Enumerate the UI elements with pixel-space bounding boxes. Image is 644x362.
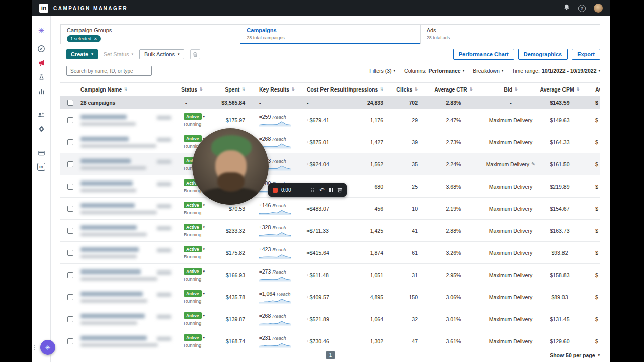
drag-handle-icon[interactable]	[311, 188, 315, 192]
campaign-name-cell[interactable]	[76, 198, 181, 219]
sort-icon[interactable]: ⇅	[291, 87, 295, 92]
column-header-average[interactable]: Average⇅	[584, 83, 600, 96]
trash-icon[interactable]	[337, 187, 342, 193]
sort-icon[interactable]: ⇅	[576, 87, 580, 92]
webcam-bubble[interactable]	[192, 128, 269, 205]
chevron-down-icon[interactable]: ▾	[203, 314, 205, 318]
campaign-name-cell[interactable]	[76, 286, 181, 308]
chevron-down-icon[interactable]: ▾	[203, 225, 205, 229]
create-button[interactable]: Create▾	[66, 49, 98, 59]
sort-icon[interactable]: ⇅	[380, 87, 383, 92]
table-row[interactable]: Active ▾ Running $175.97 ≈259Reach ≈$679…	[60, 109, 600, 131]
column-header-status[interactable]: Status⇅	[181, 83, 210, 96]
sort-icon[interactable]: ⇅	[469, 87, 473, 92]
chevron-down-icon[interactable]: ▾	[203, 336, 205, 340]
chevron-down-icon[interactable]: ▾	[203, 247, 205, 251]
campaign-name-cell[interactable]	[76, 308, 181, 330]
campaign-name-cell[interactable]	[76, 153, 181, 175]
set-status-dropdown[interactable]: Set Status▾	[104, 51, 133, 57]
avatar[interactable]	[594, 4, 603, 13]
table-row[interactable]: Active ▾ Running $168.74 ≈231Reach ≈$730…	[60, 330, 600, 352]
chevron-down-icon[interactable]: ▾	[203, 203, 205, 207]
row-checkbox[interactable]	[67, 272, 73, 278]
table-row[interactable]: Active ▾ Running ≈273Reach ≈$924.04 1,56…	[60, 153, 600, 175]
table-row[interactable]: Active ▾ Running $435.78 ≈1,064Reach ≈$4…	[60, 286, 600, 308]
bell-icon[interactable]	[563, 4, 570, 13]
column-header-campaign-name[interactable]: Campaign Name⇅	[76, 83, 181, 96]
sidebar-item-audiences[interactable]	[32, 108, 51, 122]
sidebar-item-billing[interactable]	[32, 146, 51, 160]
row-checkbox[interactable]	[67, 316, 73, 322]
column-header-average-cpm[interactable]: Average CPM⇅	[536, 83, 584, 96]
columns-dropdown[interactable]: Columns:Performance▾	[404, 68, 464, 74]
table-row[interactable]: Active ▾ Running $70.53 ≈146Reach ≈$483.…	[60, 198, 600, 220]
sidebar-item-advertise[interactable]	[32, 56, 51, 70]
sort-icon[interactable]: ⇅	[514, 87, 518, 92]
sort-icon[interactable]: ⇅	[124, 87, 127, 92]
table-row[interactable]: Active ▾ Running $166.93 ≈273Reach ≈$611…	[60, 264, 600, 286]
row-checkbox[interactable]	[67, 161, 73, 167]
search-input[interactable]	[66, 66, 152, 76]
page-1-button[interactable]: 1	[326, 351, 335, 359]
chevron-down-icon[interactable]: ▾	[203, 269, 205, 274]
performance-chart-button[interactable]: Performance Chart	[453, 49, 514, 60]
table-row[interactable]: Active ▾ Running $139.87 ≈268Reach ≈$521…	[60, 308, 600, 330]
table-row[interactable]: Active ▾ Running ≈268Reach ≈$875.01 1,42…	[60, 131, 600, 153]
breakdown-dropdown[interactable]: Breakdown▾	[473, 68, 503, 74]
column-header-bid[interactable]: Bid⇅	[486, 83, 536, 96]
demographics-button[interactable]: Demographics	[518, 49, 568, 60]
edit-bid-icon[interactable]: ✎	[531, 161, 535, 167]
sidebar-item-test[interactable]	[32, 70, 51, 84]
pause-icon[interactable]	[329, 188, 333, 192]
chevron-down-icon[interactable]: ▾	[203, 292, 205, 296]
column-header-average-ctr[interactable]: Average CTR⇅	[422, 83, 486, 96]
row-checkbox[interactable]	[67, 294, 73, 300]
widget-drag-handle[interactable]	[34, 345, 40, 350]
time-range-dropdown[interactable]: Time range:10/1/2022 - 10/19/2022▾	[512, 68, 600, 74]
sidebar-item-linkedin[interactable]: in	[32, 160, 51, 174]
sort-icon[interactable]: ⇅	[199, 87, 203, 92]
stop-recording-button[interactable]	[273, 188, 278, 193]
row-checkbox[interactable]	[67, 250, 73, 256]
column-header-clicks[interactable]: Clicks⇅	[390, 83, 422, 96]
page-size-dropdown[interactable]: Show 50 per page▾	[550, 352, 600, 358]
campaign-name-cell[interactable]	[76, 330, 181, 352]
sidebar-item-settings[interactable]	[32, 122, 51, 136]
table-row[interactable]: Active ▾ Running $175.82 ≈423Reach ≈$415…	[60, 242, 600, 264]
table-row[interactable]: Active ▾ Running $233.32 ≈328Reach ≈$711…	[60, 220, 600, 242]
sidebar-item-analyze[interactable]	[32, 84, 51, 98]
row-checkbox[interactable]	[67, 338, 73, 344]
row-checkbox[interactable]	[67, 184, 73, 190]
bulk-actions-dropdown[interactable]: Bulk Actions▾	[139, 49, 184, 59]
help-icon[interactable]: ?	[578, 5, 586, 12]
row-checkbox[interactable]	[67, 206, 73, 212]
campaign-name-cell[interactable]	[76, 175, 181, 197]
chevron-down-icon[interactable]: ▾	[203, 115, 205, 119]
campaign-name-cell[interactable]	[76, 264, 181, 286]
column-header-impressions[interactable]: Impressions⇅	[355, 83, 390, 96]
workspace-logo-icon[interactable]: ✳	[32, 24, 51, 38]
column-header-spent[interactable]: Spent⇅	[210, 83, 250, 96]
sidebar-item-discover[interactable]	[32, 42, 51, 56]
campaign-name-cell[interactable]	[76, 220, 181, 241]
tab-ads[interactable]: Ads 28 total ads	[420, 25, 600, 44]
campaign-name-cell[interactable]	[76, 131, 181, 153]
recorder-widget-button[interactable]: ✳	[40, 340, 55, 355]
delete-button[interactable]	[190, 49, 200, 59]
export-button[interactable]: Export	[572, 49, 600, 60]
tab-campaign-groups[interactable]: Campaign Groups 1 selected ✕	[61, 25, 240, 44]
restart-recording-icon[interactable]: ↶	[319, 187, 325, 193]
linkedin-logo-icon[interactable]: in	[39, 4, 48, 13]
select-all-checkbox[interactable]	[67, 100, 73, 106]
row-checkbox[interactable]	[67, 139, 73, 145]
filters-dropdown[interactable]: Filters (3)▾	[369, 68, 395, 74]
recording-toolbar[interactable]: 0:00 ↶	[268, 183, 347, 197]
column-header-key-results[interactable]: Key Results⇅	[250, 83, 304, 96]
sort-icon[interactable]: ⇅	[414, 87, 418, 92]
tab-campaigns[interactable]: Campaigns 28 total campaigns	[240, 25, 420, 44]
campaign-name-cell[interactable]	[76, 109, 181, 131]
campaign-name-cell[interactable]	[76, 242, 181, 263]
sort-icon[interactable]: ⇅	[242, 87, 245, 92]
row-checkbox[interactable]	[67, 117, 73, 123]
selected-filter-chip[interactable]: 1 selected ✕	[67, 35, 101, 42]
